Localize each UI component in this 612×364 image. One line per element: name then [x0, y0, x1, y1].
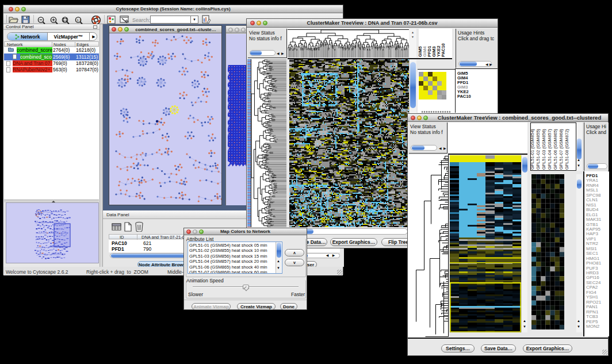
svg-text:1:1: 1:1: [76, 18, 82, 22]
